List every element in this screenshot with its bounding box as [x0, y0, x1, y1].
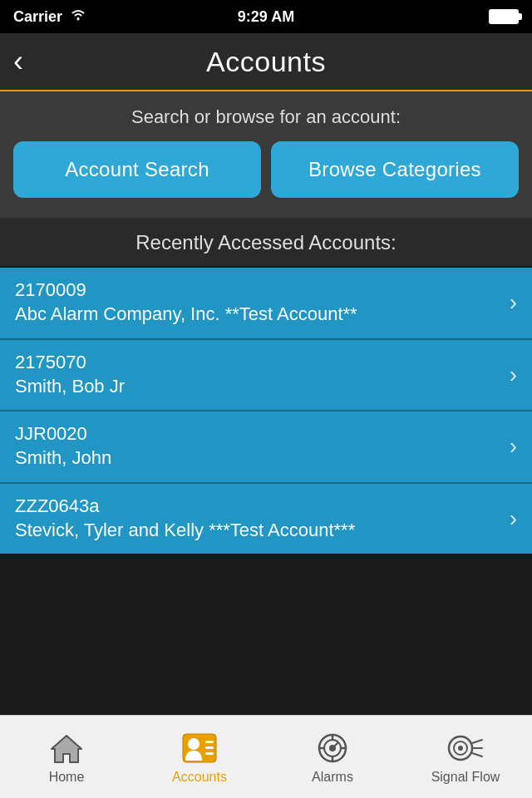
svg-point-0: [77, 18, 80, 21]
account-name: Smith, Bob Jr: [15, 375, 501, 399]
chevron-right-icon: ›: [510, 289, 517, 316]
account-name: Abc Alarm Company, Inc. **Test Account**: [15, 303, 501, 327]
search-browse-section: Search or browse for an account: Account…: [0, 91, 532, 218]
chevron-right-icon: ›: [510, 505, 517, 532]
carrier-label: Carrier: [13, 8, 62, 26]
svg-point-17: [458, 746, 463, 751]
tab-bar: Home Accounts: [0, 715, 532, 798]
account-name: Smith, John: [15, 446, 501, 470]
page-title: Accounts: [206, 46, 326, 78]
account-info: 2175070 Smith, Bob Jr: [15, 352, 501, 399]
accounts-icon: [181, 730, 218, 766]
browse-categories-button[interactable]: Browse Categories: [271, 141, 519, 198]
wifi-icon: [69, 8, 87, 25]
svg-rect-5: [205, 746, 214, 749]
action-buttons: Account Search Browse Categories: [13, 141, 519, 198]
svg-rect-6: [205, 752, 214, 755]
status-bar: Carrier 9:29 AM: [0, 0, 532, 33]
tab-accounts[interactable]: Accounts: [133, 723, 266, 791]
recently-accessed-section: Recently Accessed Accounts:: [0, 218, 532, 266]
tab-accounts-label: Accounts: [172, 770, 227, 785]
account-number: 2175070: [15, 352, 501, 373]
svg-line-20: [472, 753, 482, 756]
home-icon: [48, 730, 85, 766]
chevron-right-icon: ›: [510, 362, 517, 388]
nav-bar: ‹ Accounts: [0, 33, 532, 91]
account-info: 2170009 Abc Alarm Company, Inc. **Test A…: [15, 279, 501, 327]
account-item[interactable]: 2175070 Smith, Bob Jr ›: [0, 338, 532, 411]
account-search-button[interactable]: Account Search: [13, 141, 261, 198]
status-right: [489, 9, 519, 24]
tab-home-label: Home: [49, 770, 85, 785]
svg-line-18: [472, 740, 482, 743]
tab-signal-flow-label: Signal Flow: [431, 770, 500, 785]
account-item[interactable]: ZZZ0643a Stevick, Tyler and Kelly ***Tes…: [0, 482, 532, 554]
status-time: 9:29 AM: [238, 8, 294, 26]
back-button[interactable]: ‹: [13, 47, 23, 76]
tab-alarms-label: Alarms: [312, 770, 353, 785]
account-list: 2170009 Abc Alarm Company, Inc. **Test A…: [0, 266, 532, 554]
account-number: 2170009: [15, 279, 501, 301]
svg-rect-4: [205, 741, 214, 743]
status-left: Carrier: [13, 8, 87, 26]
account-info: ZZZ0643a Stevick, Tyler and Kelly ***Tes…: [15, 495, 501, 543]
recently-accessed-title: Recently Accessed Accounts:: [0, 231, 532, 254]
tab-home[interactable]: Home: [0, 723, 133, 791]
battery-icon: [489, 9, 519, 24]
account-number: ZZZ0643a: [15, 495, 501, 517]
search-prompt: Search or browse for an account:: [13, 106, 519, 128]
account-name: Stevick, Tyler and Kelly ***Test Account…: [15, 519, 501, 543]
signal-flow-icon: [447, 730, 484, 766]
account-item[interactable]: JJR0020 Smith, John ›: [0, 410, 532, 482]
account-number: JJR0020: [15, 423, 501, 445]
account-item[interactable]: 2170009 Abc Alarm Company, Inc. **Test A…: [0, 266, 532, 338]
svg-point-3: [188, 738, 200, 750]
chevron-right-icon: ›: [510, 433, 517, 460]
tab-signal-flow[interactable]: Signal Flow: [399, 723, 532, 791]
tab-alarms[interactable]: Alarms: [266, 723, 399, 791]
account-info: JJR0020 Smith, John: [15, 423, 501, 470]
alarms-icon: [314, 730, 351, 766]
svg-marker-1: [52, 736, 81, 762]
